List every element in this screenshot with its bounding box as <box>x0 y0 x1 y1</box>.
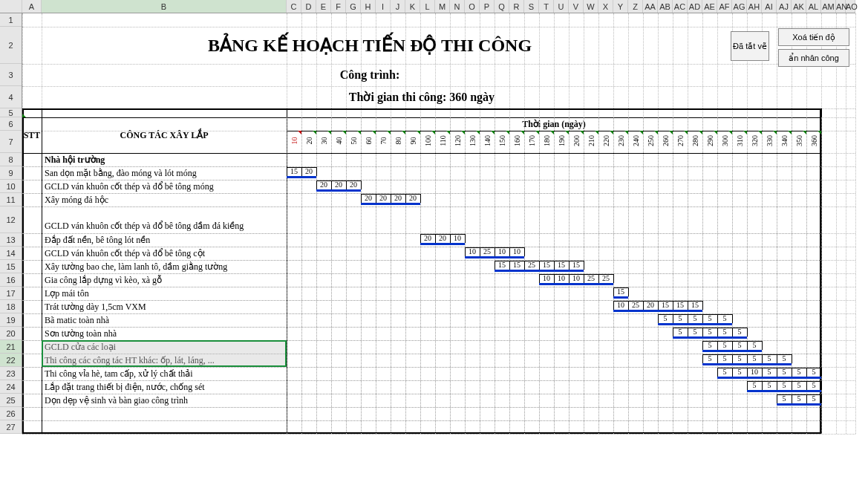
row-header-24[interactable]: 24 <box>0 380 22 394</box>
gantt-bar <box>361 203 391 205</box>
gantt-val: 15 <box>658 301 673 310</box>
gantt-val: 20 <box>361 194 376 203</box>
clear-progress-button[interactable]: Xoá tiến độ <box>778 28 849 46</box>
col-header-A[interactable]: A <box>22 0 42 13</box>
col-header-X[interactable]: X <box>598 0 613 13</box>
col-header-AG[interactable]: AG <box>732 0 747 13</box>
col-header-B[interactable]: B <box>42 0 287 13</box>
col-header-AN[interactable]: AN <box>836 0 846 13</box>
row-header-4[interactable]: 4 <box>0 86 22 108</box>
col-header-V[interactable]: V <box>569 0 584 13</box>
day-label-220: 220 <box>602 134 610 149</box>
col-header-AD[interactable]: AD <box>688 0 702 13</box>
row-header-13[interactable]: 13 <box>0 233 22 247</box>
row-header-26[interactable]: 26 <box>0 407 22 420</box>
gantt-val: 20 <box>346 180 361 189</box>
row-header-19[interactable]: 19 <box>0 313 22 327</box>
col-header-AH[interactable]: AH <box>747 0 762 13</box>
gantt-val: 5 <box>762 354 777 363</box>
col-header-[interactable] <box>0 0 22 13</box>
hide-labor-button[interactable]: ẩn nhân công <box>778 49 849 67</box>
col-header-K[interactable]: K <box>405 0 420 13</box>
col-header-J[interactable]: J <box>391 0 405 13</box>
gantt-val: 15 <box>673 301 688 310</box>
row-header-2[interactable]: 2 <box>0 27 22 64</box>
col-header-Y[interactable]: Y <box>613 0 628 13</box>
col-header-AM[interactable]: AM <box>821 0 836 13</box>
gantt-val: 5 <box>806 368 821 377</box>
col-header-P[interactable]: P <box>480 0 495 13</box>
gantt-val: 20 <box>301 167 316 176</box>
col-header-U[interactable]: U <box>554 0 569 13</box>
col-header-D[interactable]: D <box>301 0 316 13</box>
row-header-18[interactable]: 18 <box>0 300 22 313</box>
col-header-W[interactable]: W <box>584 0 598 13</box>
row-header-21[interactable]: 21 <box>0 340 22 354</box>
task-14: GCLD ván khuôn cốt thép và đổ bê tông cộ… <box>42 247 285 260</box>
day-label-190: 190 <box>558 134 566 149</box>
row-header-27[interactable]: 27 <box>0 420 22 434</box>
gantt-val: 10 <box>465 247 480 256</box>
col-header-AI[interactable]: AI <box>762 0 777 13</box>
toggle-draw-button[interactable]: Đã tắt vẽ <box>731 31 769 61</box>
header-tasks: CÔNG TÁC XÂY LẮP <box>42 117 287 153</box>
col-header-G[interactable]: G <box>346 0 361 13</box>
gantt-val: 10 <box>554 274 569 283</box>
column-headers[interactable]: ABCDEFGHIJKLMNOPQRSTUVWXYZAAABACADAEAFAG… <box>0 0 855 13</box>
row-header-6[interactable]: 6 <box>0 117 22 131</box>
row-header-12[interactable]: 12 <box>0 206 22 233</box>
col-header-S[interactable]: S <box>524 0 539 13</box>
row-header-5[interactable]: 5 <box>0 108 22 117</box>
col-header-AF[interactable]: AF <box>717 0 732 13</box>
col-header-T[interactable]: T <box>539 0 554 13</box>
day-label-240: 240 <box>632 134 640 149</box>
col-header-E[interactable]: E <box>316 0 331 13</box>
col-header-L[interactable]: L <box>420 0 435 13</box>
task-9: San dọn mặt bằng, đào móng và lót móng <box>42 166 285 180</box>
row-header-25[interactable]: 25 <box>0 394 22 407</box>
row-header-20[interactable]: 20 <box>0 327 22 340</box>
row-header-9[interactable]: 9 <box>0 166 22 180</box>
col-header-H[interactable]: H <box>361 0 376 13</box>
col-header-AL[interactable]: AL <box>806 0 821 13</box>
col-header-M[interactable]: M <box>435 0 450 13</box>
gantt-val: 5 <box>762 381 777 390</box>
row-headers[interactable]: 1234567891011121314151617181920212223242… <box>0 13 22 434</box>
gantt-val: 20 <box>435 234 450 243</box>
spreadsheet-grid[interactable]: BẢNG KẾ HOẠCH TIẾN ĐỘ THI CÔNGCông trình… <box>22 13 855 434</box>
col-header-AO[interactable]: AO <box>846 0 855 13</box>
row-header-3[interactable]: 3 <box>0 64 22 86</box>
col-header-AB[interactable]: AB <box>658 0 673 13</box>
row-header-17[interactable]: 17 <box>0 287 22 300</box>
col-header-R[interactable]: R <box>509 0 524 13</box>
col-header-I[interactable]: I <box>376 0 391 13</box>
row-header-11[interactable]: 11 <box>0 193 22 206</box>
gantt-val: 20 <box>643 301 658 310</box>
col-header-C[interactable]: C <box>287 0 301 13</box>
gantt-val: 5 <box>658 314 673 323</box>
day-label-210: 210 <box>587 134 595 149</box>
col-header-N[interactable]: N <box>450 0 465 13</box>
col-header-Q[interactable]: Q <box>495 0 509 13</box>
col-header-AC[interactable]: AC <box>673 0 688 13</box>
row-header-10[interactable]: 10 <box>0 180 22 193</box>
gantt-val: 5 <box>702 328 717 336</box>
col-header-Z[interactable]: Z <box>628 0 643 13</box>
row-header-22[interactable]: 22 <box>0 354 22 367</box>
col-header-F[interactable]: F <box>331 0 346 13</box>
gantt-val: 25 <box>598 274 613 283</box>
row-header-8[interactable]: 8 <box>0 153 22 166</box>
row-header-15[interactable]: 15 <box>0 260 22 273</box>
col-header-AJ[interactable]: AJ <box>777 0 792 13</box>
col-header-AK[interactable]: AK <box>792 0 806 13</box>
gantt-val: 5 <box>673 328 688 336</box>
row-header-14[interactable]: 14 <box>0 247 22 260</box>
col-header-AA[interactable]: AA <box>643 0 658 13</box>
row-header-7[interactable]: 7 <box>0 131 22 153</box>
col-header-AE[interactable]: AE <box>702 0 717 13</box>
row-header-16[interactable]: 16 <box>0 273 22 287</box>
col-header-O[interactable]: O <box>465 0 480 13</box>
row-header-23[interactable]: 23 <box>0 367 22 380</box>
task-19: Bã matic toàn nhà <box>42 313 285 327</box>
row-header-1[interactable]: 1 <box>0 13 22 27</box>
